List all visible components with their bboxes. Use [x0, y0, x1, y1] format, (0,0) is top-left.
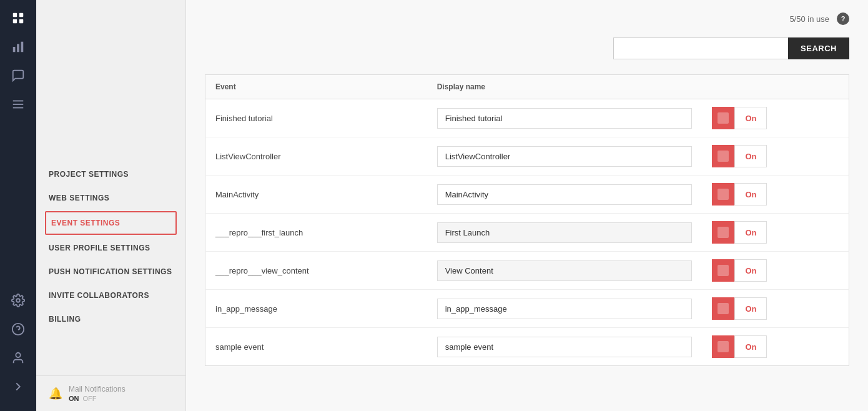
- settings-nav-icon[interactable]: [6, 289, 30, 312]
- toggle-button[interactable]: On: [712, 335, 767, 358]
- toggle-on-label: On: [734, 259, 767, 282]
- svg-rect-6: [21, 42, 24, 52]
- nav-bar: [0, 0, 36, 411]
- search-input[interactable]: [613, 37, 788, 59]
- svg-rect-7: [13, 101, 24, 102]
- display-name-cell: [427, 290, 703, 328]
- toggle-box-inner: [718, 227, 729, 238]
- toggle-cell: On: [702, 252, 849, 290]
- search-row: SEARCH: [205, 37, 849, 59]
- display-name-input[interactable]: [437, 146, 693, 167]
- toggle-cell: On: [702, 176, 849, 214]
- help-nav-icon[interactable]: [6, 317, 30, 341]
- status-on-label[interactable]: ON: [69, 395, 79, 402]
- table-row: in_app_messageOn: [205, 290, 849, 328]
- sidebar: PROJECT SETTINGS WEB SETTINGS EVENT SETT…: [36, 0, 186, 411]
- usage-text: 5/50 in use: [789, 14, 829, 24]
- event-name-cell: MainActivity: [205, 176, 427, 214]
- chart-nav-icon[interactable]: [6, 35, 30, 59]
- svg-point-13: [16, 353, 20, 357]
- toggle-button[interactable]: On: [712, 297, 767, 320]
- toggle-button[interactable]: On: [712, 183, 767, 206]
- toggle-cell: On: [702, 214, 849, 252]
- sidebar-item-invite-collaborators[interactable]: INVITE COLLABORATORS: [36, 284, 185, 307]
- svg-rect-9: [13, 107, 24, 109]
- main-content: 5/50 in use ? SEARCH Event Display name …: [186, 0, 868, 411]
- status-off-label[interactable]: OFF: [83, 395, 97, 402]
- mail-notifications-label: Mail Notifications: [69, 385, 126, 394]
- display-name-input[interactable]: [437, 184, 693, 205]
- sidebar-footer: 🔔 Mail Notifications ON OFF: [36, 375, 185, 411]
- toggle-on-label: On: [734, 107, 767, 129]
- event-name-cell: ___repro___view_content: [205, 252, 427, 290]
- toggle-box-inner: [718, 151, 729, 162]
- display-name-input[interactable]: [437, 108, 693, 129]
- toggle-cell: On: [702, 137, 849, 176]
- list-nav-icon[interactable]: [6, 92, 30, 116]
- toggle-box-inner: [718, 341, 729, 352]
- events-table: Event Display name Finished tutorialOnLi…: [205, 74, 849, 366]
- toggle-button[interactable]: On: [712, 145, 767, 167]
- svg-rect-4: [13, 47, 16, 52]
- display-name-input[interactable]: [437, 222, 693, 243]
- expand-nav-icon[interactable]: [6, 375, 30, 399]
- table-row: ___repro___first_launchOn: [205, 214, 849, 252]
- bell-icon: 🔔: [49, 387, 62, 400]
- table-row: MainActivityOn: [205, 176, 849, 214]
- toggle-red-box: [712, 297, 734, 320]
- toggle-cell: On: [702, 328, 849, 366]
- toggle-red-box: [712, 145, 734, 167]
- notification-status: ON OFF: [69, 395, 126, 402]
- display-name-input[interactable]: [437, 299, 693, 319]
- svg-rect-0: [13, 13, 17, 17]
- svg-rect-8: [13, 104, 24, 105]
- help-circle-icon[interactable]: ?: [837, 12, 849, 25]
- toggle-box-inner: [718, 303, 729, 314]
- col-header-event: Event: [205, 75, 427, 99]
- toggle-on-label: On: [734, 221, 767, 244]
- display-name-input[interactable]: [437, 337, 693, 357]
- toggle-cell: On: [702, 99, 849, 137]
- grid-nav-icon[interactable]: [6, 6, 30, 30]
- sidebar-item-web-settings[interactable]: WEB SETTINGS: [36, 186, 185, 210]
- col-header-display: Display name: [427, 75, 703, 99]
- toggle-cell: On: [702, 290, 849, 328]
- toggle-red-box: [712, 221, 734, 244]
- search-button[interactable]: SEARCH: [788, 37, 849, 59]
- toggle-box-inner: [718, 112, 729, 124]
- table-row: ___repro___view_contentOn: [205, 252, 849, 290]
- sidebar-item-project-settings[interactable]: PROJECT SETTINGS: [36, 162, 185, 186]
- top-bar: 5/50 in use ?: [205, 12, 849, 25]
- user-nav-icon[interactable]: [6, 346, 30, 370]
- sidebar-item-billing[interactable]: BILLING: [36, 307, 185, 331]
- table-row: ListViewControllerOn: [205, 137, 849, 176]
- sidebar-item-push-notification-settings[interactable]: PUSH NOTIFICATION SETTINGS: [36, 260, 185, 284]
- table-row: Finished tutorialOn: [205, 99, 849, 137]
- toggle-on-label: On: [734, 297, 767, 320]
- event-name-cell: sample event: [205, 328, 427, 366]
- display-name-cell: [427, 214, 703, 252]
- display-name-cell: [427, 176, 703, 214]
- svg-rect-2: [13, 19, 17, 23]
- event-name-cell: ListViewController: [205, 137, 427, 176]
- toggle-red-box: [712, 183, 734, 206]
- toggle-box-inner: [718, 265, 729, 276]
- toggle-on-label: On: [734, 183, 767, 206]
- toggle-on-label: On: [734, 145, 767, 167]
- toggle-button[interactable]: On: [712, 259, 767, 282]
- toggle-red-box: [712, 259, 734, 282]
- chat-nav-icon[interactable]: [6, 64, 30, 87]
- toggle-red-box: [712, 107, 734, 129]
- toggle-red-box: [712, 335, 734, 358]
- svg-rect-3: [19, 19, 23, 23]
- col-header-toggle: [702, 75, 849, 99]
- toggle-button[interactable]: On: [712, 107, 767, 129]
- toggle-button[interactable]: On: [712, 221, 767, 244]
- sidebar-menu: PROJECT SETTINGS WEB SETTINGS EVENT SETT…: [36, 162, 185, 375]
- event-name-cell: in_app_message: [205, 290, 427, 328]
- sidebar-item-user-profile-settings[interactable]: USER PROFILE SETTINGS: [36, 236, 185, 260]
- sidebar-item-event-settings[interactable]: EVENT SETTINGS: [45, 211, 177, 235]
- svg-rect-5: [17, 44, 19, 52]
- event-name-cell: ___repro___first_launch: [205, 214, 427, 252]
- display-name-input[interactable]: [437, 260, 693, 281]
